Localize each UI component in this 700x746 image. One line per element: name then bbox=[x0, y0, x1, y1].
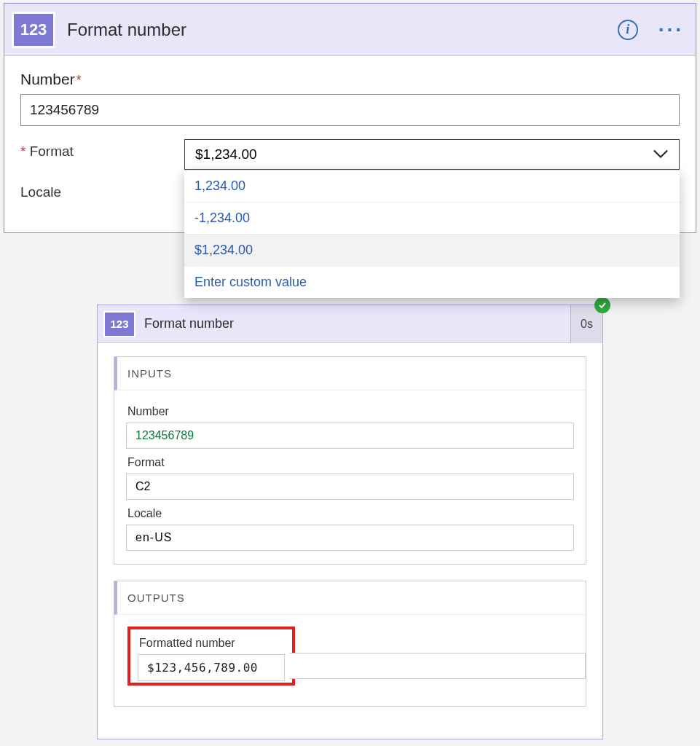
formatted-value-box-extended bbox=[289, 653, 586, 679]
format-option-currency[interactable]: $1,234.00 bbox=[184, 235, 680, 267]
format-label: Format bbox=[20, 139, 184, 160]
number-label: Number* bbox=[20, 71, 680, 88]
result-title: Format number bbox=[144, 316, 570, 331]
format-option-negative[interactable]: -1,234.00 bbox=[184, 203, 680, 235]
format-number-result-card: 123 Format number 0s INPUTS Number 12345… bbox=[97, 305, 603, 739]
format-dropdown: 1,234.00 -1,234.00 $1,234.00 Enter custo… bbox=[184, 170, 680, 298]
card-title: Format number bbox=[67, 20, 618, 40]
outputs-formatted-value: $123,456,789.00 bbox=[138, 654, 285, 681]
number-icon: 123 bbox=[12, 12, 55, 48]
inputs-format-value: C2 bbox=[126, 474, 574, 500]
chevron-down-icon bbox=[653, 146, 669, 162]
format-select[interactable]: $1,234.00 bbox=[184, 139, 680, 170]
format-option-custom[interactable]: Enter custom value bbox=[184, 267, 680, 298]
format-field-row: Format $1,234.00 1,234.00 -1,234.00 $1,2… bbox=[20, 139, 680, 170]
number-icon: 123 bbox=[103, 311, 135, 337]
success-check-icon bbox=[594, 297, 610, 313]
format-option-plain[interactable]: 1,234.00 bbox=[184, 170, 680, 203]
locale-label: Locale bbox=[20, 180, 184, 200]
format-number-config-card: 123 Format number i ··· Number* Format $… bbox=[4, 3, 696, 233]
inputs-number-value: 123456789 bbox=[126, 423, 574, 449]
outputs-section: OUTPUTS Formatted number $123,456,789.00 bbox=[114, 581, 586, 707]
inputs-locale-label: Locale bbox=[127, 507, 574, 520]
inputs-section: INPUTS Number 123456789 Format C2 Locale… bbox=[114, 356, 586, 565]
formatted-number-highlight: Formatted number $123,456,789.00 bbox=[127, 627, 295, 686]
result-header[interactable]: 123 Format number 0s bbox=[98, 305, 602, 343]
more-actions-icon[interactable]: ··· bbox=[658, 26, 684, 34]
number-input[interactable] bbox=[20, 94, 680, 126]
card-header: 123 Format number i ··· bbox=[4, 4, 696, 56]
inputs-title: INPUTS bbox=[114, 357, 586, 390]
inputs-format-label: Format bbox=[127, 456, 574, 469]
format-selected-value: $1,234.00 bbox=[195, 146, 257, 162]
outputs-title: OUTPUTS bbox=[114, 581, 586, 615]
info-icon[interactable]: i bbox=[618, 20, 638, 40]
outputs-formatted-label: Formatted number bbox=[139, 637, 285, 650]
inputs-number-label: Number bbox=[127, 405, 574, 418]
inputs-locale-value: en-US bbox=[126, 525, 574, 551]
